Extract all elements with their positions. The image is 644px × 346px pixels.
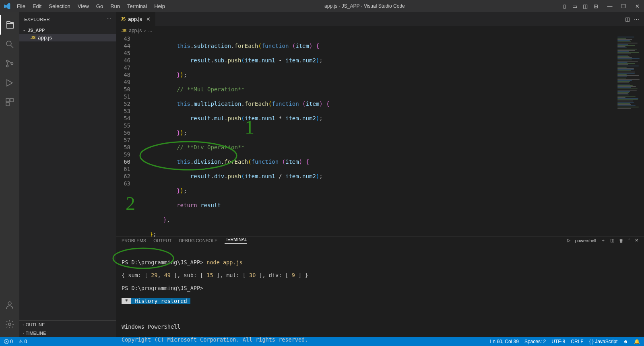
chevron-down-icon: ⌄ — [23, 28, 25, 32]
minimize-button[interactable]: — — [606, 3, 613, 9]
terminal-up-icon[interactable]: ˆ — [628, 238, 630, 243]
editor-more-icon[interactable]: ⋯ — [634, 16, 639, 22]
svg-point-2 — [6, 65, 8, 67]
svg-point-3 — [11, 63, 13, 65]
panel-tab-terminal[interactable]: TERMINAL — [225, 237, 247, 244]
project-name: JS_APP — [28, 28, 45, 33]
terminal-line: PS D:\programming\JS_APP> node app.js — [122, 259, 638, 266]
panel-tab-output[interactable]: OUTPUT — [153, 238, 171, 243]
titlebar-right-icons: ▯ ▭ ◫ ⊞ — [561, 3, 601, 9]
status-warnings[interactable]: ⚠ 0 — [19, 339, 27, 344]
source-control-icon[interactable] — [0, 54, 19, 73]
menu-terminal[interactable]: Terminal — [124, 2, 150, 11]
vscode-logo-icon — [3, 3, 11, 9]
svg-point-0 — [6, 41, 11, 46]
editor-tabs: JS app.js ✕ ◫ ⋯ — [116, 12, 644, 26]
run-debug-icon[interactable] — [0, 73, 19, 93]
layout-side-icon[interactable]: ◫ — [582, 3, 588, 9]
outline-label: OUTLINE — [26, 322, 45, 327]
menu-edit[interactable]: Edit — [29, 2, 45, 11]
extensions-icon[interactable] — [0, 93, 19, 112]
code-editor[interactable]: 4344454647484950515253545556575859606162… — [116, 35, 608, 237]
status-errors[interactable]: ⓧ 0 — [4, 338, 13, 345]
chevron-right-icon: › — [23, 332, 24, 335]
breadcrumb-rest: ... — [148, 28, 152, 33]
close-button[interactable]: ✕ — [634, 3, 641, 9]
file-item-app-js[interactable]: JS app.js — [19, 34, 116, 41]
line-number-gutter: 4344454647484950515253545556575859606162… — [116, 35, 136, 237]
terminal-close-icon[interactable]: ✕ — [635, 238, 638, 243]
terminal-add-icon[interactable]: ＋ — [601, 237, 605, 243]
code-content[interactable]: this.subtraction.forEach(function (item)… — [136, 35, 608, 237]
editor-area: JS app.js ✕ ◫ ⋯ JS app.js › ... 43444546… — [116, 12, 644, 337]
tab-app-js[interactable]: JS app.js ✕ — [116, 12, 156, 26]
breadcrumb[interactable]: JS app.js › ... — [116, 26, 644, 35]
svg-point-7 — [8, 302, 11, 305]
window-title: app.js - JS_APP - Visual Studio Code — [168, 3, 561, 9]
terminal-content[interactable]: PS D:\programming\JS_APP> node app.js { … — [116, 244, 644, 346]
panel-tab-problems[interactable]: PROBLEMS — [122, 238, 146, 243]
file-label: app.js — [38, 35, 52, 41]
breadcrumb-sep: › — [144, 28, 146, 33]
tab-label: app.js — [128, 16, 142, 22]
terminal-shell-label[interactable]: powershell — [575, 238, 597, 243]
explorer-icon[interactable] — [0, 15, 19, 35]
search-icon[interactable] — [0, 35, 19, 54]
menu-help[interactable]: Help — [151, 2, 168, 11]
settings-gear-icon[interactable] — [0, 315, 19, 334]
explorer-sidebar: EXPLORER ⋯ ⌄ JS_APP JS app.js › OUTLINE … — [19, 12, 116, 337]
menu-bar: File Edit Selection View Go Run Terminal… — [14, 2, 168, 11]
js-file-icon: JS — [31, 35, 35, 40]
menu-run[interactable]: Run — [107, 2, 123, 11]
tab-close-icon[interactable]: ✕ — [146, 16, 151, 22]
svg-rect-4 — [6, 99, 9, 102]
terminal-shell-icon: ▷ — [567, 238, 570, 243]
minimap[interactable] — [608, 35, 644, 237]
svg-point-1 — [6, 60, 8, 62]
terminal-line — [122, 311, 638, 317]
terminal-line: Copyright (C) Microsoft Corporation. All… — [122, 336, 638, 343]
terminal-split-icon[interactable]: ◫ — [610, 238, 614, 243]
accounts-icon[interactable] — [0, 295, 19, 315]
js-file-icon: JS — [122, 29, 126, 33]
terminal-trash-icon[interactable]: 🗑 — [619, 238, 623, 243]
explorer-header: EXPLORER ⋯ — [19, 12, 116, 26]
svg-rect-6 — [6, 103, 9, 106]
title-bar: File Edit Selection View Go Run Terminal… — [0, 0, 644, 12]
toggle-panel-icon[interactable]: ▯ — [561, 3, 568, 9]
explorer-more-icon[interactable]: ⋯ — [107, 16, 111, 22]
project-folder[interactable]: ⌄ JS_APP — [19, 26, 116, 34]
timeline-section[interactable]: › TIMELINE — [19, 329, 116, 337]
terminal-line: * History restored — [122, 298, 638, 304]
svg-point-8 — [8, 323, 11, 325]
explorer-title: EXPLORER — [24, 17, 50, 22]
outline-section[interactable]: › OUTLINE — [19, 320, 116, 329]
breadcrumb-file: app.js — [129, 28, 142, 33]
menu-go[interactable]: Go — [93, 2, 106, 11]
activity-bar — [0, 12, 19, 337]
maximize-button[interactable]: ❐ — [620, 3, 627, 9]
chevron-right-icon: › — [23, 323, 24, 326]
terminal-line: Windows PowerShell — [122, 323, 638, 330]
js-file-icon: JS — [121, 17, 126, 21]
bottom-panel: PROBLEMS OUTPUT DEBUG CONSOLE TERMINAL ▷… — [116, 237, 644, 337]
menu-file[interactable]: File — [14, 2, 29, 11]
layout-bottom-icon[interactable]: ▭ — [572, 3, 578, 9]
panel-tabs: PROBLEMS OUTPUT DEBUG CONSOLE TERMINAL ▷… — [116, 237, 644, 244]
timeline-label: TIMELINE — [26, 331, 46, 336]
panel-tab-debug[interactable]: DEBUG CONSOLE — [179, 238, 217, 243]
split-editor-icon[interactable]: ◫ — [625, 16, 630, 22]
menu-view[interactable]: View — [74, 2, 92, 11]
terminal-line: PS D:\programming\JS_APP> — [122, 285, 638, 291]
menu-selection[interactable]: Selection — [45, 2, 73, 11]
terminal-line: { sum: [ 29, 49 ], sub: [ 15 ], mul: [ 3… — [122, 272, 638, 278]
layout-grid-icon[interactable]: ⊞ — [592, 3, 599, 9]
window-controls: — ❐ ✕ — [606, 3, 641, 9]
svg-rect-5 — [10, 99, 13, 102]
